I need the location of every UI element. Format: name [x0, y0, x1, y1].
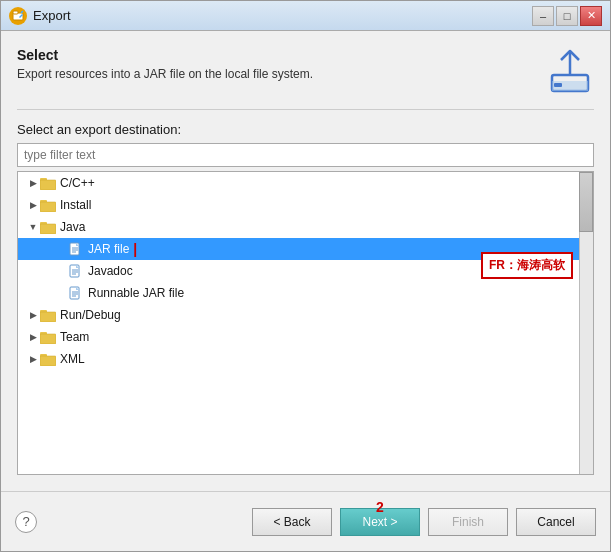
tree-label-java: Java — [60, 220, 85, 234]
filter-input[interactable] — [17, 143, 594, 167]
page-title: Select — [17, 47, 536, 63]
title-bar: Export – □ ✕ — [1, 1, 610, 31]
next-button[interactable]: 2 Next > — [340, 508, 420, 536]
window-title: Export — [33, 8, 532, 23]
tree-container: ▶ C/C++ ▶ Install ▼ Java — [17, 171, 594, 475]
scrollbar-track[interactable] — [579, 172, 593, 474]
folder-icon-run-debug — [40, 307, 56, 323]
tree-item-cpp[interactable]: ▶ C/C++ — [18, 172, 593, 194]
tree-label-team: Team — [60, 330, 89, 344]
tree-item-runnable-jar[interactable]: Runnable JAR file — [18, 282, 593, 304]
folder-icon-xml — [40, 351, 56, 367]
annotation-box: FR：海涛高软 — [481, 252, 573, 279]
cursor-marker: | — [133, 241, 137, 257]
tree-item-team[interactable]: ▶ Team — [18, 326, 593, 348]
expand-icon-cpp: ▶ — [26, 176, 40, 190]
export-dialog: Export – □ ✕ Select Export resources int… — [0, 0, 611, 552]
next-label: Next > — [362, 515, 397, 529]
expand-icon-run-debug: ▶ — [26, 308, 40, 322]
maximize-button[interactable]: □ — [556, 6, 578, 26]
expand-icon-install: ▶ — [26, 198, 40, 212]
content-area: Select Export resources into a JAR file … — [1, 31, 610, 491]
export-graphic-icon — [546, 47, 594, 95]
window-icon — [9, 7, 27, 25]
tree-label-install: Install — [60, 198, 91, 212]
expand-icon-xml: ▶ — [26, 352, 40, 366]
folder-icon-cpp — [40, 175, 56, 191]
file-icon-javadoc — [68, 263, 84, 279]
close-button[interactable]: ✕ — [580, 6, 602, 26]
finish-button[interactable]: Finish — [428, 508, 508, 536]
header-text: Select Export resources into a JAR file … — [17, 47, 536, 81]
file-icon-jar — [68, 241, 84, 257]
folder-icon-java — [40, 219, 56, 235]
cancel-button[interactable]: Cancel — [516, 508, 596, 536]
next-badge: 2 — [376, 499, 384, 515]
tree-label-cpp: C/C++ — [60, 176, 95, 190]
page-subtitle: Export resources into a JAR file on the … — [17, 67, 536, 81]
svg-rect-1 — [13, 11, 18, 14]
tree-label-runnable-jar: Runnable JAR file — [88, 286, 184, 300]
expand-icon-team: ▶ — [26, 330, 40, 344]
back-button[interactable]: < Back — [252, 508, 332, 536]
tree-item-install[interactable]: ▶ Install — [18, 194, 593, 216]
tree-label-jar-file: JAR file — [88, 242, 129, 256]
tree-label-javadoc: Javadoc — [88, 264, 133, 278]
scrollbar-thumb[interactable] — [579, 172, 593, 232]
tree-item-run-debug[interactable]: ▶ Run/Debug — [18, 304, 593, 326]
tree-item-xml[interactable]: ▶ XML — [18, 348, 593, 370]
bottom-bar: ? < Back 2 Next > Finish Cancel — [1, 491, 610, 551]
window-controls: – □ ✕ — [532, 6, 602, 26]
folder-icon-team — [40, 329, 56, 345]
header-separator — [17, 109, 594, 110]
destination-label: Select an export destination: — [17, 122, 594, 137]
folder-icon-install — [40, 197, 56, 213]
tree-label-xml: XML — [60, 352, 85, 366]
minimize-button[interactable]: – — [532, 6, 554, 26]
help-button[interactable]: ? — [15, 511, 37, 533]
header-section: Select Export resources into a JAR file … — [17, 47, 594, 95]
svg-rect-5 — [554, 83, 562, 87]
file-icon-runnable-jar — [68, 285, 84, 301]
expand-icon-java: ▼ — [26, 220, 40, 234]
tree-item-java[interactable]: ▼ Java — [18, 216, 593, 238]
dialog-buttons: < Back 2 Next > Finish Cancel — [252, 508, 596, 536]
tree-label-run-debug: Run/Debug — [60, 308, 121, 322]
